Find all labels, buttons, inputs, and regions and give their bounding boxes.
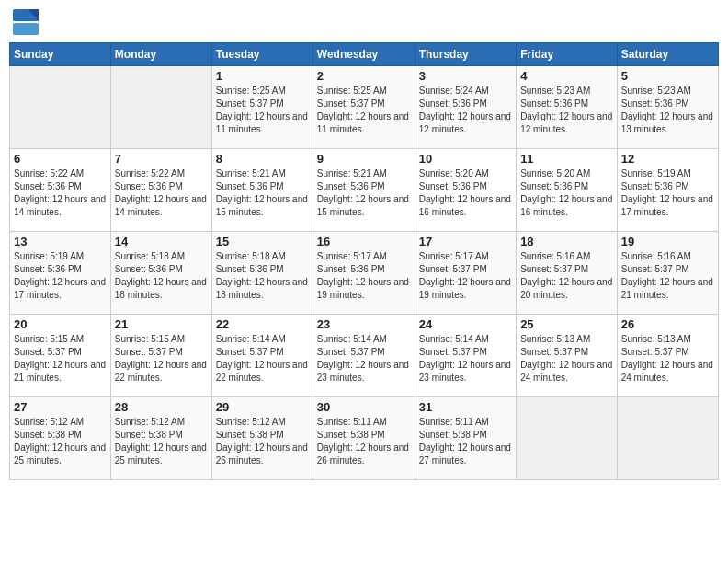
day-number: 30 — [317, 400, 411, 414]
calendar-cell: 12Sunrise: 5:19 AM Sunset: 5:36 PM Dayli… — [617, 149, 718, 232]
calendar-cell: 26Sunrise: 5:13 AM Sunset: 5:37 PM Dayli… — [617, 315, 718, 397]
calendar-cell: 2Sunrise: 5:25 AM Sunset: 5:37 PM Daylig… — [313, 66, 415, 149]
calendar-cell: 8Sunrise: 5:21 AM Sunset: 5:36 PM Daylig… — [211, 149, 313, 232]
calendar-cell: 10Sunrise: 5:20 AM Sunset: 5:36 PM Dayli… — [415, 149, 516, 232]
day-info: Sunrise: 5:13 AM Sunset: 5:37 PM Dayligh… — [520, 333, 613, 385]
day-info: Sunrise: 5:12 AM Sunset: 5:38 PM Dayligh… — [115, 416, 208, 467]
calendar-cell: 1Sunrise: 5:25 AM Sunset: 5:37 PM Daylig… — [211, 66, 313, 149]
day-number: 5 — [621, 69, 714, 83]
day-info: Sunrise: 5:18 AM Sunset: 5:36 PM Dayligh… — [115, 250, 208, 302]
calendar-header: SundayMondayTuesdayWednesdayThursdayFrid… — [10, 43, 719, 66]
day-number: 18 — [520, 235, 613, 248]
day-number: 15 — [216, 235, 309, 248]
day-info: Sunrise: 5:25 AM Sunset: 5:37 PM Dayligh… — [216, 85, 309, 136]
calendar-cell: 7Sunrise: 5:22 AM Sunset: 5:36 PM Daylig… — [110, 149, 211, 232]
day-info: Sunrise: 5:12 AM Sunset: 5:38 PM Dayligh… — [216, 416, 309, 467]
calendar-cell: 23Sunrise: 5:14 AM Sunset: 5:37 PM Dayli… — [313, 315, 415, 397]
day-number: 9 — [317, 152, 411, 166]
day-number: 20 — [14, 317, 107, 331]
calendar-cell: 24Sunrise: 5:14 AM Sunset: 5:37 PM Dayli… — [415, 315, 516, 397]
calendar-cell: 18Sunrise: 5:16 AM Sunset: 5:37 PM Dayli… — [517, 232, 618, 315]
day-number: 10 — [419, 152, 512, 166]
day-info: Sunrise: 5:17 AM Sunset: 5:36 PM Dayligh… — [317, 250, 411, 302]
calendar-cell — [10, 66, 111, 149]
weekday-row: SundayMondayTuesdayWednesdayThursdayFrid… — [10, 43, 719, 66]
calendar-cell: 13Sunrise: 5:19 AM Sunset: 5:36 PM Dayli… — [10, 232, 111, 315]
day-info: Sunrise: 5:14 AM Sunset: 5:37 PM Dayligh… — [419, 333, 512, 385]
day-info: Sunrise: 5:22 AM Sunset: 5:36 PM Dayligh… — [14, 167, 107, 219]
weekday-header: Wednesday — [313, 43, 415, 66]
day-number: 19 — [621, 235, 714, 248]
calendar-cell: 3Sunrise: 5:24 AM Sunset: 5:36 PM Daylig… — [415, 66, 516, 149]
day-info: Sunrise: 5:12 AM Sunset: 5:38 PM Dayligh… — [14, 416, 107, 467]
day-number: 26 — [621, 317, 714, 331]
day-number: 1 — [216, 69, 309, 83]
calendar-cell — [110, 66, 211, 149]
calendar-week-row: 6Sunrise: 5:22 AM Sunset: 5:36 PM Daylig… — [10, 149, 719, 232]
day-number: 24 — [419, 317, 512, 331]
calendar-cell: 14Sunrise: 5:18 AM Sunset: 5:36 PM Dayli… — [110, 232, 211, 315]
calendar-cell: 17Sunrise: 5:17 AM Sunset: 5:37 PM Dayli… — [415, 232, 516, 315]
calendar-cell: 31Sunrise: 5:11 AM Sunset: 5:38 PM Dayli… — [415, 397, 516, 480]
day-number: 4 — [520, 69, 613, 83]
logo-icon — [13, 9, 39, 35]
day-info: Sunrise: 5:23 AM Sunset: 5:36 PM Dayligh… — [621, 85, 714, 136]
calendar-week-row: 1Sunrise: 5:25 AM Sunset: 5:37 PM Daylig… — [10, 66, 719, 149]
day-number: 17 — [419, 235, 512, 248]
day-number: 16 — [317, 235, 411, 248]
calendar-cell: 28Sunrise: 5:12 AM Sunset: 5:38 PM Dayli… — [110, 397, 211, 480]
calendar-cell: 9Sunrise: 5:21 AM Sunset: 5:36 PM Daylig… — [313, 149, 415, 232]
day-info: Sunrise: 5:17 AM Sunset: 5:37 PM Dayligh… — [419, 250, 512, 302]
day-number: 21 — [115, 317, 208, 331]
day-info: Sunrise: 5:11 AM Sunset: 5:38 PM Dayligh… — [419, 416, 512, 467]
calendar-cell: 11Sunrise: 5:20 AM Sunset: 5:36 PM Dayli… — [517, 149, 618, 232]
day-info: Sunrise: 5:22 AM Sunset: 5:36 PM Dayligh… — [115, 167, 208, 219]
calendar-body: 1Sunrise: 5:25 AM Sunset: 5:37 PM Daylig… — [10, 66, 719, 480]
calendar-cell: 25Sunrise: 5:13 AM Sunset: 5:37 PM Dayli… — [517, 315, 618, 397]
day-info: Sunrise: 5:24 AM Sunset: 5:36 PM Dayligh… — [419, 85, 512, 136]
day-info: Sunrise: 5:19 AM Sunset: 5:36 PM Dayligh… — [621, 167, 714, 219]
calendar-cell: 22Sunrise: 5:14 AM Sunset: 5:37 PM Dayli… — [211, 315, 313, 397]
calendar-cell: 4Sunrise: 5:23 AM Sunset: 5:36 PM Daylig… — [517, 66, 618, 149]
day-number: 23 — [317, 317, 411, 331]
day-info: Sunrise: 5:15 AM Sunset: 5:37 PM Dayligh… — [14, 333, 107, 385]
day-info: Sunrise: 5:11 AM Sunset: 5:38 PM Dayligh… — [317, 416, 411, 467]
day-number: 31 — [419, 400, 512, 414]
logo — [13, 9, 42, 35]
calendar-cell: 20Sunrise: 5:15 AM Sunset: 5:37 PM Dayli… — [10, 315, 111, 397]
day-number: 13 — [14, 235, 107, 248]
calendar-cell: 30Sunrise: 5:11 AM Sunset: 5:38 PM Dayli… — [313, 397, 415, 480]
calendar-week-row: 20Sunrise: 5:15 AM Sunset: 5:37 PM Dayli… — [10, 315, 719, 397]
svg-rect-1 — [13, 23, 39, 35]
weekday-header: Thursday — [415, 43, 516, 66]
day-info: Sunrise: 5:16 AM Sunset: 5:37 PM Dayligh… — [621, 250, 714, 302]
day-info: Sunrise: 5:23 AM Sunset: 5:36 PM Dayligh… — [520, 85, 613, 136]
day-number: 22 — [216, 317, 309, 331]
day-info: Sunrise: 5:25 AM Sunset: 5:37 PM Dayligh… — [317, 85, 411, 136]
day-info: Sunrise: 5:20 AM Sunset: 5:36 PM Dayligh… — [419, 167, 512, 219]
day-info: Sunrise: 5:16 AM Sunset: 5:37 PM Dayligh… — [520, 250, 613, 302]
day-number: 6 — [14, 152, 107, 166]
calendar-cell: 29Sunrise: 5:12 AM Sunset: 5:38 PM Dayli… — [211, 397, 313, 480]
day-info: Sunrise: 5:14 AM Sunset: 5:37 PM Dayligh… — [216, 333, 309, 385]
day-number: 11 — [520, 152, 613, 166]
day-number: 29 — [216, 400, 309, 414]
calendar-week-row: 27Sunrise: 5:12 AM Sunset: 5:38 PM Dayli… — [10, 397, 719, 480]
day-number: 14 — [115, 235, 208, 248]
calendar-cell: 15Sunrise: 5:18 AM Sunset: 5:36 PM Dayli… — [211, 232, 313, 315]
day-info: Sunrise: 5:19 AM Sunset: 5:36 PM Dayligh… — [14, 250, 107, 302]
day-number: 27 — [14, 400, 107, 414]
weekday-header: Sunday — [10, 43, 111, 66]
page-header — [9, 9, 719, 35]
day-number: 8 — [216, 152, 309, 166]
day-info: Sunrise: 5:15 AM Sunset: 5:37 PM Dayligh… — [115, 333, 208, 385]
calendar-cell: 27Sunrise: 5:12 AM Sunset: 5:38 PM Dayli… — [10, 397, 111, 480]
calendar-cell: 5Sunrise: 5:23 AM Sunset: 5:36 PM Daylig… — [617, 66, 718, 149]
day-info: Sunrise: 5:13 AM Sunset: 5:37 PM Dayligh… — [621, 333, 714, 385]
day-number: 25 — [520, 317, 613, 331]
day-number: 2 — [317, 69, 411, 83]
day-info: Sunrise: 5:21 AM Sunset: 5:36 PM Dayligh… — [216, 167, 309, 219]
weekday-header: Friday — [517, 43, 618, 66]
weekday-header: Monday — [110, 43, 211, 66]
day-number: 28 — [115, 400, 208, 414]
